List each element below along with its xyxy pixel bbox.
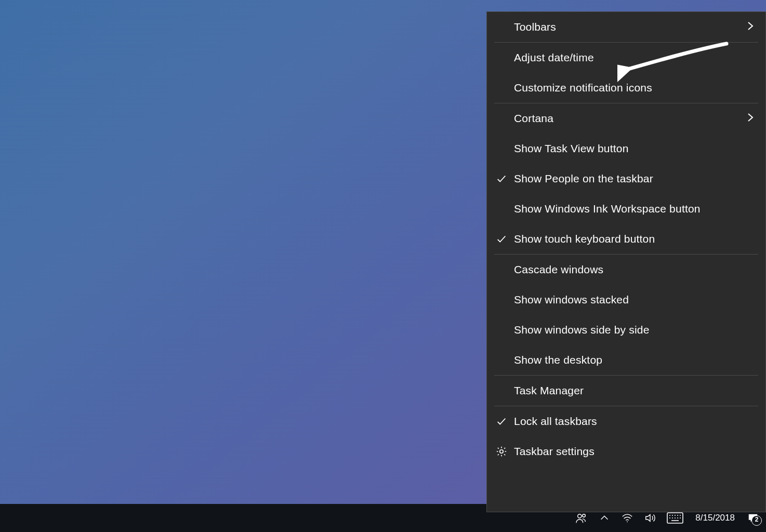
menu-item-cascade-windows[interactable]: Cascade windows — [487, 255, 765, 285]
menu-item-label: Show Task View button — [514, 142, 629, 155]
menu-item-lock-all-taskbars[interactable]: Lock all taskbars — [487, 406, 765, 436]
check-icon — [494, 164, 509, 194]
svg-point-2 — [627, 521, 628, 522]
menu-item-customize-notification-icons[interactable]: Customize notification icons — [487, 73, 765, 103]
volume-icon[interactable] — [643, 511, 657, 525]
menu-item-show-people-on-taskbar[interactable]: Show People on the taskbar — [487, 164, 765, 194]
menu-item-label: Show People on the taskbar — [514, 172, 653, 185]
menu-item-show-windows-ink-workspace-button[interactable]: Show Windows Ink Workspace button — [487, 194, 765, 224]
action-center-icon[interactable]: 2 — [746, 511, 760, 525]
touch-keyboard-icon[interactable] — [666, 511, 684, 525]
menu-item-task-manager[interactable]: Task Manager — [487, 376, 765, 406]
menu-item-label: Lock all taskbars — [514, 415, 597, 428]
menu-item-label: Taskbar settings — [514, 445, 595, 458]
menu-item-adjust-date-time[interactable]: Adjust date/time — [487, 43, 765, 73]
menu-item-label: Adjust date/time — [514, 51, 594, 64]
menu-item-label: Show windows side by side — [514, 324, 650, 336]
menu-item-show-windows-stacked[interactable]: Show windows stacked — [487, 285, 765, 315]
chevron-right-icon — [747, 20, 754, 34]
svg-point-15 — [500, 450, 503, 453]
menu-item-taskbar-settings[interactable]: Taskbar settings — [487, 436, 765, 467]
menu-item-show-the-desktop[interactable]: Show the desktop — [487, 345, 765, 375]
chevron-right-icon — [747, 112, 754, 126]
menu-item-label: Task Manager — [514, 384, 584, 397]
check-icon — [494, 224, 509, 254]
menu-item-label: Toolbars — [514, 21, 556, 33]
menu-item-show-task-view-button[interactable]: Show Task View button — [487, 134, 765, 164]
taskbar-clock[interactable]: 8/15/2018 — [695, 513, 735, 523]
menu-item-label: Show Windows Ink Workspace button — [514, 203, 701, 215]
taskbar-date: 8/15/2018 — [695, 513, 735, 523]
gear-icon — [494, 436, 509, 467]
svg-point-0 — [578, 514, 582, 518]
menu-item-cortana[interactable]: Cortana — [487, 103, 765, 134]
menu-item-label: Show touch keyboard button — [514, 233, 655, 245]
menu-item-label: Show windows stacked — [514, 294, 629, 306]
menu-item-label: Cortana — [514, 112, 553, 125]
menu-item-show-touch-keyboard-button[interactable]: Show touch keyboard button — [487, 224, 765, 254]
action-center-badge: 2 — [751, 515, 762, 526]
menu-item-label: Customize notification icons — [514, 82, 652, 94]
check-icon — [494, 406, 509, 436]
taskbar-context-menu: Toolbars Adjust date/time Customize noti… — [486, 11, 766, 512]
wifi-icon[interactable] — [620, 511, 634, 525]
menu-item-label: Show the desktop — [514, 354, 602, 366]
menu-item-show-windows-side-by-side[interactable]: Show windows side by side — [487, 315, 765, 345]
menu-item-toolbars[interactable]: Toolbars — [487, 12, 765, 42]
show-hidden-icons-chevron-icon[interactable] — [598, 511, 611, 525]
menu-item-label: Cascade windows — [514, 263, 603, 276]
people-icon[interactable] — [575, 511, 588, 525]
svg-point-1 — [583, 514, 586, 517]
